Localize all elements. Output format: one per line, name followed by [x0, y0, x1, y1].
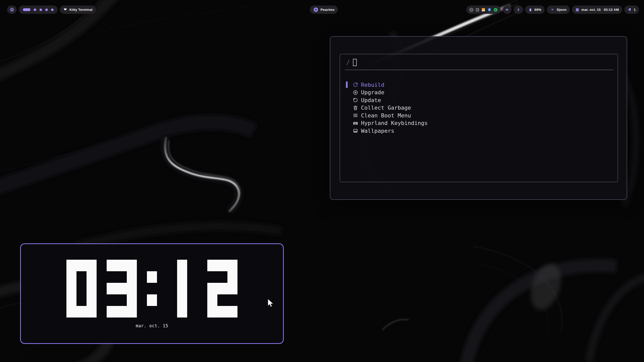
menu-item-label: Clean Boot Menu: [361, 112, 411, 119]
menu-item-clean-boot-menu[interactable]: Clean Boot Menu: [345, 112, 612, 119]
digit-cell: [107, 283, 117, 294]
app-window-icon[interactable]: [476, 8, 479, 12]
digit-cell: [66, 283, 76, 294]
notifications-pill[interactable]: 1: [624, 6, 639, 14]
digit-cell: [117, 260, 127, 271]
disc-icon[interactable]: [469, 8, 473, 12]
digit-cell: [127, 294, 137, 306]
menu-item-label: Upgrade: [361, 89, 384, 96]
digit-cell: [207, 283, 217, 294]
digit-cell: [107, 306, 117, 318]
search-prompt: /: [346, 59, 350, 66]
mouse-cursor: [267, 299, 275, 309]
bluetooth-badge-icon[interactable]: [488, 8, 491, 12]
digit-cell: [177, 306, 187, 318]
network-label: Djoon: [557, 8, 567, 12]
workspace-active[interactable]: [23, 8, 30, 11]
clock-digit-3: [107, 260, 137, 318]
digit-cell: [177, 283, 187, 294]
digit-cell: [207, 306, 217, 318]
workspace-dot[interactable]: [51, 9, 54, 11]
digit-cell: [207, 260, 217, 271]
menu-item-rebuild[interactable]: Rebuild: [345, 81, 612, 89]
digit-cell: [217, 283, 227, 294]
menu-item-update[interactable]: Update: [345, 96, 612, 104]
flake-icon: [10, 7, 14, 12]
spotify-badge-icon[interactable]: [494, 8, 498, 12]
upgrade-icon: [352, 89, 358, 95]
image-icon: [352, 128, 358, 134]
menu-item-label: Wallpapers: [361, 128, 394, 134]
battery-pill[interactable]: 69%: [525, 6, 545, 14]
speaker-icon: [505, 8, 509, 12]
digit-cell: [87, 306, 97, 318]
digit-cell: [207, 294, 217, 306]
colon-dot: [147, 271, 157, 283]
list-icon: [352, 113, 358, 118]
digit-cell: [127, 271, 137, 283]
search-row[interactable]: /: [346, 57, 357, 67]
bluetooth-pill[interactable]: [514, 6, 523, 14]
clock-colon: [147, 260, 157, 318]
menu-item-upgrade[interactable]: Upgrade: [345, 89, 612, 97]
wifi-icon: [550, 8, 555, 12]
digit-cell: [76, 306, 87, 318]
digit-cell: [87, 294, 97, 306]
digit-cell: [87, 271, 97, 283]
digit-cell: [177, 260, 187, 271]
focused-window-label: Kitty Terminal: [69, 8, 93, 12]
volume-pill[interactable]: [503, 6, 511, 14]
keyboard-icon: [352, 120, 358, 126]
launcher-menu-window: / Rebuild Upgrade Update Collect Garbage…: [330, 36, 627, 200]
clock-time: [21, 260, 283, 318]
network-pill[interactable]: Djoon: [547, 6, 570, 14]
digit-cell: [117, 306, 127, 318]
system-tray-pill: [466, 6, 501, 14]
digit-cell: [227, 283, 237, 294]
rebuild-icon: [352, 82, 358, 88]
focused-window-pill[interactable]: Kitty Terminal: [60, 6, 96, 14]
digit-cell: [87, 283, 97, 294]
clock-digit-2: [207, 260, 237, 318]
menu-item-label: Rebuild: [361, 82, 384, 88]
notes-icon[interactable]: [481, 8, 485, 12]
media-pill[interactable]: Peaches: [310, 6, 338, 14]
digit-cell: [177, 271, 187, 283]
update-icon: [352, 97, 358, 103]
top-bar: Kitty Terminal Peaches 69: [0, 0, 644, 16]
digit-cell: [66, 260, 76, 271]
digit-cell: [127, 260, 137, 271]
battery-label: 69%: [534, 8, 541, 12]
menu-list: Rebuild Upgrade Update Collect GarbageCl…: [345, 81, 612, 135]
digit-cell: [217, 306, 227, 318]
workspace-dot[interactable]: [34, 9, 36, 11]
digit-cell: [66, 306, 76, 318]
launcher-button[interactable]: [7, 6, 17, 14]
menu-item-hyprland-keybindings[interactable]: Hyprland Keybindings: [345, 119, 612, 127]
workspace-dot[interactable]: [39, 9, 42, 11]
menu-item-wallpapers[interactable]: Wallpapers: [345, 127, 612, 135]
datetime-pill[interactable]: mar. oct. 15 03:12 AM: [572, 6, 622, 14]
selection-bar: [346, 81, 348, 88]
digit-cell: [87, 260, 97, 271]
digit-cell: [227, 260, 237, 271]
clock-widget: mar. oct. 15: [20, 243, 284, 344]
digit-cell: [76, 260, 87, 271]
menu-item-label: Hyprland Keybindings: [361, 120, 428, 126]
clock-digit-0: [66, 260, 97, 318]
digit-cell: [217, 260, 227, 271]
menu-item-collect-garbage[interactable]: Collect Garbage: [345, 104, 612, 112]
workspace-dot[interactable]: [45, 9, 48, 11]
trash-icon: [352, 105, 358, 111]
battery-icon: [529, 8, 532, 12]
colon-dot: [147, 294, 157, 306]
notification-count: 1: [634, 8, 636, 12]
digit-cell: [227, 271, 237, 283]
search-separator: [345, 70, 613, 70]
date-label: mar. oct. 15: [581, 8, 601, 12]
bluetooth-icon: [516, 8, 520, 12]
topbar-center-group: Peaches: [310, 6, 338, 14]
calendar-icon: [575, 8, 579, 12]
clock-digit-1: [167, 260, 197, 318]
cat-icon: [63, 8, 67, 12]
